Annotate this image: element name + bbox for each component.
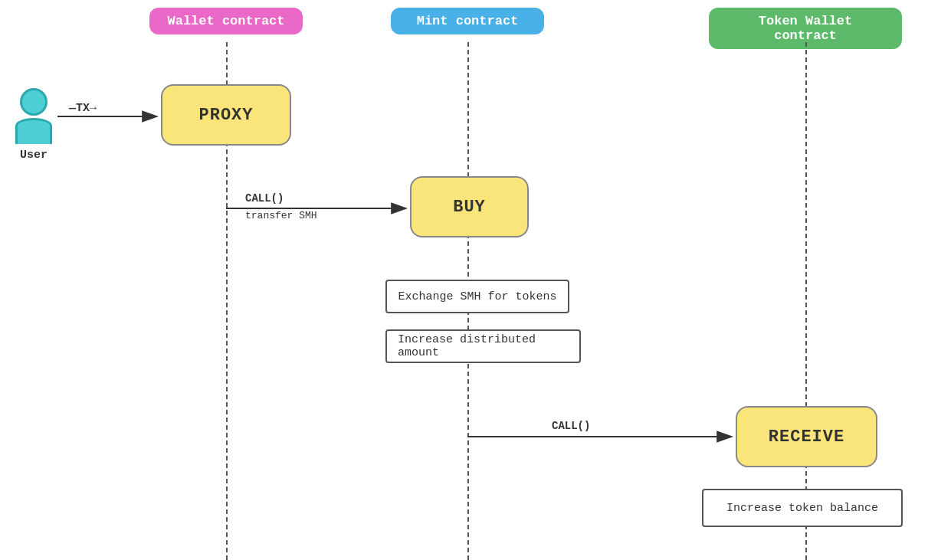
- user-label: User: [20, 149, 48, 162]
- diagram-container: Wallet contract Mint contract Token Wall…: [0, 0, 928, 560]
- increase-distributed-note: Increase distributed amount: [385, 329, 581, 363]
- wallet-contract-header: Wallet contract: [149, 8, 303, 34]
- tx-label: —TX→: [68, 102, 97, 115]
- proxy-box: PROXY: [161, 84, 291, 146]
- call-transfer-label: CALL(): [245, 192, 284, 205]
- transfer-smh-label: transfer SMH: [245, 210, 317, 221]
- token-wallet-lifeline: [805, 42, 807, 560]
- buy-box: BUY: [410, 176, 529, 237]
- user-body-icon: [15, 118, 52, 144]
- exchange-smh-note: Exchange SMH for tokens: [385, 280, 569, 313]
- mint-contract-header: Mint contract: [391, 8, 544, 34]
- receive-box: RECEIVE: [736, 406, 877, 467]
- user-actor: User: [15, 88, 52, 162]
- user-head-icon: [20, 88, 48, 116]
- increase-token-balance-note: Increase token balance: [702, 489, 903, 527]
- call-receive-label: CALL(): [552, 420, 590, 432]
